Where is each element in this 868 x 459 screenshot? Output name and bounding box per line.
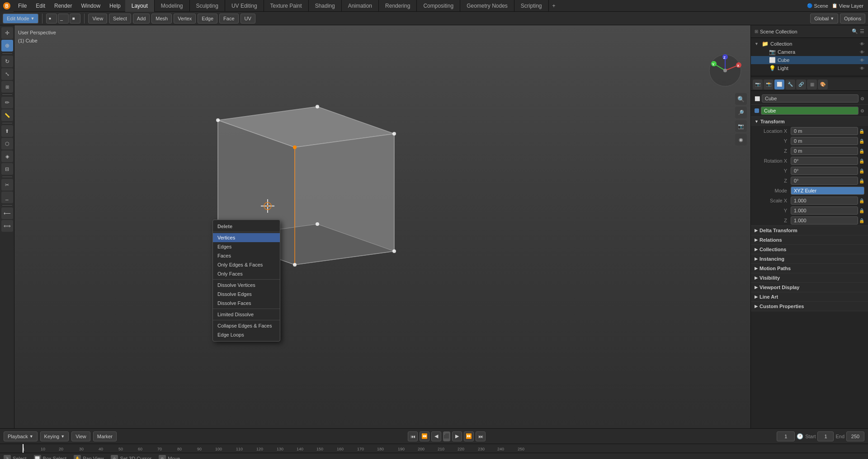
scene-props-icon[interactable]: 📷	[753, 80, 763, 89]
menu-item-only-edges-faces[interactable]: Only Edges & Faces	[213, 260, 280, 269]
lock-rz-icon[interactable]: 🔒	[858, 178, 864, 183]
delta-transform-header[interactable]: ▶ Delta Transform	[751, 226, 868, 235]
lock-x-icon[interactable]: 🔒	[858, 129, 864, 134]
tree-item-collection[interactable]: ▼ 📁 Collection 👁	[751, 40, 868, 48]
scale-x-field[interactable]: 1.000	[791, 197, 858, 205]
tab-scripting[interactable]: Scripting	[514, 0, 549, 12]
eye-icon[interactable]: 👁	[860, 42, 864, 47]
play-back-btn[interactable]: ◀	[431, 431, 441, 441]
object-name-field[interactable]: Cube	[762, 94, 859, 103]
camera-view-btn[interactable]: 📷	[735, 120, 747, 132]
add-workspace-button[interactable]: +	[549, 3, 559, 9]
menu-help[interactable]: Help	[105, 0, 125, 12]
tree-item-light[interactable]: 💡 Light 👁	[751, 64, 868, 72]
options-btn[interactable]: Options	[840, 14, 865, 23]
viewport-display-header[interactable]: ▶ Viewport Display	[751, 283, 868, 292]
timeline-ruler[interactable]: 1 10 20 30 40 50 60 70 80 90 100 110 120…	[0, 444, 868, 453]
bevel-tool[interactable]: ◈	[1, 150, 13, 162]
constraint-props-icon[interactable]: 🔗	[796, 80, 806, 89]
inset-tool[interactable]: ⬡	[1, 138, 13, 150]
move-tool[interactable]: ⊕	[1, 40, 13, 52]
custom-props-header[interactable]: ▶ Custom Properties	[751, 302, 868, 311]
object-props-icon[interactable]: ⬜	[774, 80, 784, 89]
face-menu-btn[interactable]: Face	[219, 14, 238, 23]
zoom-in-btn[interactable]: 🔍	[735, 93, 747, 105]
render-props-icon[interactable]: 📸	[764, 80, 774, 89]
scale-y-field[interactable]: 1.000	[791, 206, 858, 215]
menu-edit[interactable]: Edit	[31, 0, 50, 12]
mesh-menu-btn[interactable]: Mesh	[151, 14, 172, 23]
view-timeline-btn[interactable]: View	[71, 431, 90, 441]
edge-mode-btn[interactable]: ⎯	[58, 14, 69, 23]
rotation-y-field[interactable]: 0°	[791, 167, 858, 175]
jump-start-btn[interactable]: ⏮	[408, 431, 418, 441]
play-btn[interactable]: ▶	[452, 431, 462, 441]
3d-viewport[interactable]: User Perspective (1) Cube X Y Z	[14, 25, 750, 428]
extrude-tool[interactable]: ⬆	[1, 125, 13, 137]
step-back-btn[interactable]: ⏪	[420, 431, 429, 441]
transform-tool[interactable]: ⊞	[1, 81, 13, 93]
tab-uv-editing[interactable]: UV Editing	[225, 0, 264, 12]
stop-btn[interactable]: ⬛	[443, 431, 450, 441]
location-y-field[interactable]: 0 m	[791, 137, 858, 145]
vertex-mode-btn[interactable]: ●	[46, 14, 57, 23]
current-frame-field[interactable]: 1	[777, 431, 795, 441]
relations-header[interactable]: ▶ Relations	[751, 235, 868, 244]
menu-item-collapse-edges[interactable]: Collapse Edges & Faces	[213, 321, 280, 330]
menu-file[interactable]: File	[14, 0, 31, 12]
menu-item-dissolve-edges[interactable]: Dissolve Edges	[213, 290, 280, 299]
scale-tool[interactable]: ⤡	[1, 68, 13, 80]
tree-item-cube[interactable]: ⬜ Cube 👁	[751, 56, 868, 64]
menu-window[interactable]: Window	[76, 0, 105, 12]
collections-header[interactable]: ▶ Collections	[751, 245, 868, 254]
material-props-icon[interactable]: 🎨	[818, 80, 828, 89]
data-props-icon[interactable]: ▦	[807, 80, 817, 89]
cube-eye-icon[interactable]: 👁	[860, 58, 864, 63]
global-btn[interactable]: Global ▼	[810, 14, 838, 23]
motion-paths-header[interactable]: ▶ Motion Paths	[751, 264, 868, 273]
modifier-props-icon[interactable]: 🔧	[785, 80, 795, 89]
keying-btn[interactable]: Keying ▼	[40, 431, 69, 441]
tab-geometry-nodes[interactable]: Geometry Nodes	[460, 0, 514, 12]
menu-item-edge-loops[interactable]: Edge Loops	[213, 330, 280, 339]
light-eye-icon[interactable]: 👁	[860, 66, 864, 71]
rotate-tool[interactable]: ↻	[1, 56, 13, 67]
camera-eye-icon[interactable]: 👁	[860, 50, 864, 55]
knife-tool[interactable]: ✂	[1, 179, 13, 191]
zoom-out-btn[interactable]: 🔎	[735, 107, 747, 118]
push-pull-tool[interactable]: ⟺	[1, 220, 13, 232]
add-menu-btn[interactable]: Add	[133, 14, 150, 23]
scale-z-field[interactable]: 1.000	[791, 216, 858, 225]
lock-rx-icon[interactable]: 🔒	[858, 159, 864, 164]
instancing-header[interactable]: ▶ Instancing	[751, 254, 868, 263]
shrink-fatten-tool[interactable]: ⟵	[1, 207, 13, 219]
view-menu-btn[interactable]: View	[88, 14, 107, 23]
tab-shading[interactable]: Shading	[309, 0, 342, 12]
menu-item-only-faces[interactable]: Only Faces	[213, 269, 280, 278]
lock-z-icon[interactable]: 🔒	[858, 149, 864, 154]
bisect-tool[interactable]: ⎯	[1, 192, 13, 203]
transform-section-header[interactable]: ▼ Transform	[751, 117, 868, 126]
visibility-header[interactable]: ▶ Visibility	[751, 273, 868, 282]
tab-modeling[interactable]: Modeling	[155, 0, 190, 12]
tab-animation[interactable]: Animation	[342, 0, 379, 12]
tab-compositing[interactable]: Compositing	[417, 0, 460, 12]
mesh-name-field[interactable]: Cube	[761, 107, 859, 115]
menu-item-faces[interactable]: Faces	[213, 251, 280, 260]
step-forward-btn[interactable]: ⏩	[464, 431, 474, 441]
start-frame-field[interactable]: 1	[817, 431, 834, 441]
lock-sy-icon[interactable]: 🔒	[858, 208, 864, 213]
rotation-z-field[interactable]: 0°	[791, 177, 858, 185]
edge-menu-btn[interactable]: Edge	[198, 14, 217, 23]
face-mode-btn[interactable]: ■	[70, 14, 80, 23]
menu-item-dissolve-faces[interactable]: Dissolve Faces	[213, 299, 280, 308]
tree-item-camera[interactable]: 📷 Camera 👁	[751, 48, 868, 56]
uv-menu-btn[interactable]: UV	[241, 14, 255, 23]
tab-sculpting[interactable]: Sculpting	[190, 0, 225, 12]
lock-sx-icon[interactable]: 🔒	[858, 198, 864, 203]
measure-tool[interactable]: 📏	[1, 109, 13, 121]
lock-y-icon[interactable]: 🔒	[858, 139, 864, 144]
select-menu-btn[interactable]: Select	[109, 14, 131, 23]
outliner-search-icon[interactable]: 🔍	[852, 28, 858, 34]
mode-button[interactable]: Edit Mode ▼	[3, 14, 38, 23]
